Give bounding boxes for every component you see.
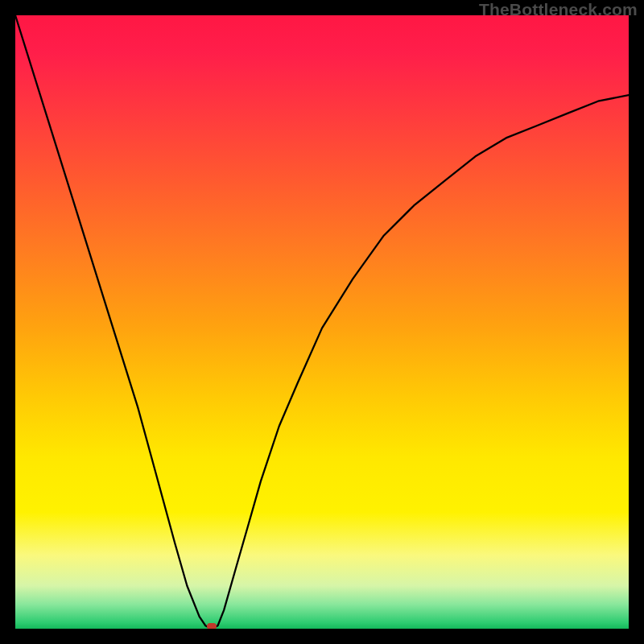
curve-path [15,15,629,629]
bottleneck-curve [15,15,629,629]
plot-area [15,15,629,629]
chart-frame: TheBottleneck.com [0,0,644,644]
optimal-point-marker [207,623,217,629]
